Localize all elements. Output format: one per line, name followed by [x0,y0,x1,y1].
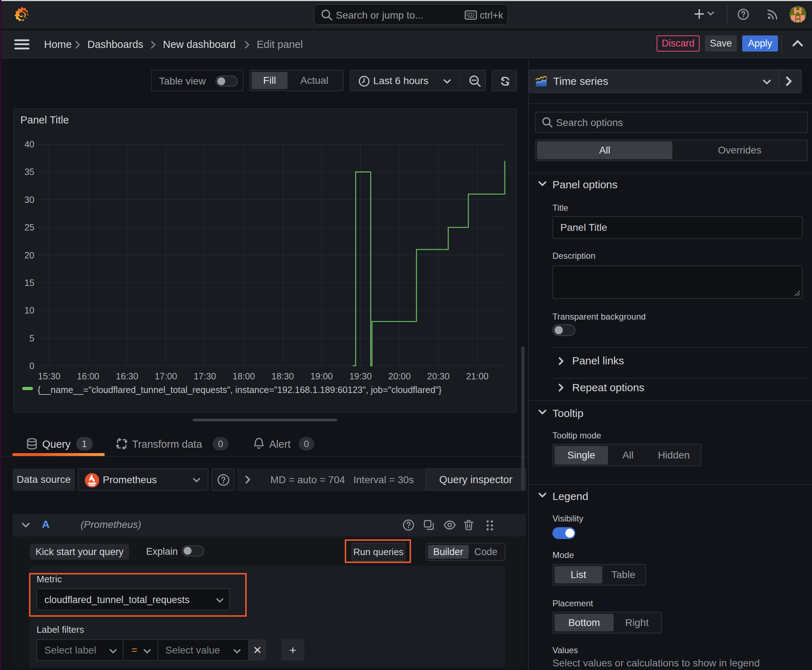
svg-text:40: 40 [24,139,34,149]
svg-text:{__name__="cloudflared_tunnel_: {__name__="cloudflared_tunnel_total_requ… [37,385,441,395]
svg-text:21:00: 21:00 [466,371,489,381]
svg-text:17:00: 17:00 [155,371,177,381]
svg-text:20: 20 [24,250,34,260]
svg-text:25: 25 [24,222,34,232]
svg-text:20:30: 20:30 [427,371,450,381]
svg-text:20:00: 20:00 [388,371,411,381]
svg-text:0: 0 [29,361,34,371]
svg-text:19:00: 19:00 [310,371,333,381]
svg-text:15: 15 [24,278,34,288]
svg-text:19:30: 19:30 [349,371,372,381]
svg-text:16:30: 16:30 [116,371,139,381]
svg-text:10: 10 [24,305,34,315]
svg-text:35: 35 [24,167,34,177]
svg-text:18:00: 18:00 [233,371,255,381]
svg-text:15:30: 15:30 [38,371,61,381]
svg-text:17:30: 17:30 [194,371,216,381]
svg-text:5: 5 [29,333,34,343]
svg-text:16:00: 16:00 [77,371,100,381]
svg-text:30: 30 [24,195,34,205]
svg-text:18:30: 18:30 [271,371,294,381]
